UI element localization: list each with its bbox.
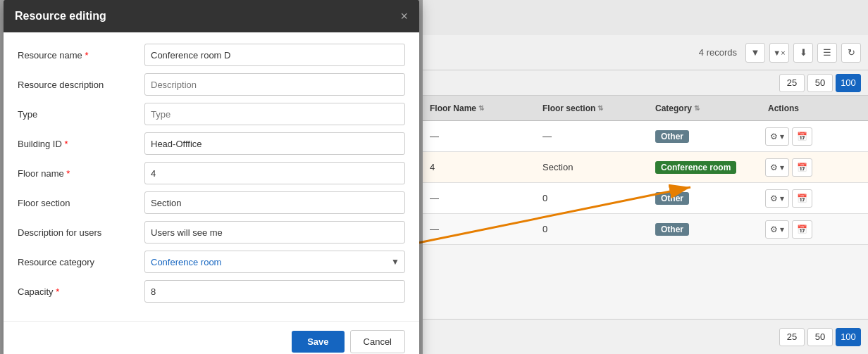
description-users-label: Description for users (18, 227, 144, 238)
badge-other-3: Other (655, 192, 689, 205)
floor-name-label: Floor name (18, 168, 144, 179)
modal-dialog: Resource editing × Resource name Resourc… (4, 0, 419, 354)
export-button[interactable]: ⬇ (793, 43, 813, 63)
modal-overlay: Resource editing × Resource name Resourc… (0, 0, 423, 354)
col-floor-section[interactable]: Floor section ⇅ (535, 103, 648, 113)
floor-section-label: Floor section (18, 198, 144, 208)
modal-footer: Save Cancel (4, 321, 419, 354)
modal-header: Resource editing × (4, 0, 419, 32)
capacity-label: Capacity (18, 286, 144, 297)
cell-floor-section-1: — (535, 131, 648, 141)
table-row: — 0 Other ⚙ ▾ 📅 (423, 214, 868, 245)
page-size-25-top[interactable]: 25 (779, 74, 805, 92)
badge-other-1: Other (655, 130, 689, 143)
page-size-100-bottom[interactable]: 100 (836, 328, 861, 346)
col-actions: Actions (761, 103, 868, 113)
settings-button-3[interactable]: ⚙ ▾ (765, 189, 789, 208)
save-button[interactable]: Save (292, 331, 344, 353)
resource-category-label: Resource category (18, 257, 144, 267)
resource-name-input[interactable] (144, 44, 405, 66)
col-category[interactable]: Category ⇅ (648, 103, 761, 113)
settings-button-1[interactable]: ⚙ ▾ (765, 127, 789, 146)
cell-category-1: Other (648, 130, 761, 143)
cell-category-3: Other (648, 192, 761, 205)
badge-other-4: Other (655, 223, 689, 236)
columns-button[interactable]: ☰ (817, 43, 837, 63)
cell-floor-name-2: 4 (423, 162, 535, 172)
calendar-button-2[interactable]: 📅 (792, 158, 812, 177)
modal-title: Resource editing (15, 10, 106, 23)
capacity-row: Capacity (18, 280, 405, 303)
calendar-button-1[interactable]: 📅 (792, 127, 812, 146)
floor-name-input[interactable] (144, 162, 405, 184)
table-body: — — Other ⚙ ▾ 📅 4 Section Conference roo… (423, 121, 868, 319)
cell-category-2: Conference room (648, 161, 761, 174)
resource-description-input[interactable] (144, 73, 405, 96)
pagination-bottom: 25 50 100 (423, 319, 868, 354)
type-row: Type (18, 103, 405, 125)
cell-actions-3: ⚙ ▾ 📅 (761, 189, 868, 208)
page-size-25-bottom[interactable]: 25 (779, 328, 805, 346)
badge-conference-2: Conference room (655, 161, 736, 174)
cell-actions-2: ⚙ ▾ 📅 (761, 158, 868, 177)
cell-category-4: Other (648, 223, 761, 236)
table-header: Floor Name ⇅ Floor section ⇅ Category ⇅ … (423, 96, 868, 121)
calendar-button-3[interactable]: 📅 (792, 189, 812, 208)
resource-name-label: Resource name (18, 50, 144, 61)
cell-floor-name-4: — (423, 224, 535, 234)
page-size-100-top[interactable]: 100 (836, 74, 861, 92)
building-id-input[interactable] (144, 132, 405, 155)
sort-icon-floor-name: ⇅ (478, 104, 484, 112)
modal-body: Resource name Resource description Type … (4, 32, 419, 321)
close-button[interactable]: × (400, 10, 408, 23)
pagination-top: 25 50 100 (423, 70, 868, 96)
sort-icon-floor-section: ⇅ (597, 104, 603, 112)
table-row: — — Other ⚙ ▾ 📅 (423, 121, 868, 152)
building-id-row: Building ID (18, 132, 405, 155)
sort-icon-category: ⇅ (694, 104, 700, 112)
building-id-label: Building ID (18, 139, 144, 149)
floor-section-row: Floor section (18, 191, 405, 214)
resource-category-select[interactable]: Conference room Other (144, 251, 405, 273)
capacity-input[interactable] (144, 280, 405, 303)
type-input[interactable] (144, 103, 405, 125)
resource-category-row: Resource category Conference room Other … (18, 251, 405, 273)
col-floor-name[interactable]: Floor Name ⇅ (423, 103, 535, 113)
cell-actions-1: ⚙ ▾ 📅 (761, 127, 868, 146)
description-users-input[interactable] (144, 221, 405, 244)
table-row: — 0 Other ⚙ ▾ 📅 (423, 183, 868, 214)
floor-name-row: Floor name (18, 162, 405, 184)
cell-actions-4: ⚙ ▾ 📅 (761, 220, 868, 239)
resource-description-row: Resource description (18, 73, 405, 96)
table-toolbar: 4 records ▼ ▼× ⬇ ☰ ↻ (423, 35, 868, 70)
calendar-button-4[interactable]: 📅 (792, 220, 812, 239)
floor-section-input[interactable] (144, 191, 405, 214)
table-row: 4 Section Conference room ⚙ ▾ 📅 (423, 152, 868, 183)
cancel-button[interactable]: Cancel (350, 330, 405, 353)
resource-name-row: Resource name (18, 44, 405, 66)
filter-button[interactable]: ▼ (745, 43, 765, 63)
refresh-button[interactable]: ↻ (841, 43, 861, 63)
description-users-row: Description for users (18, 221, 405, 244)
page-size-50-bottom[interactable]: 50 (807, 328, 833, 346)
records-count: 4 records (699, 47, 737, 58)
filter-clear-button[interactable]: ▼× (769, 43, 789, 63)
settings-button-4[interactable]: ⚙ ▾ (765, 220, 789, 239)
type-label: Type (18, 109, 144, 120)
resource-category-select-wrapper: Conference room Other ▼ (144, 251, 405, 273)
resource-description-label: Resource description (18, 80, 144, 90)
page-size-50-top[interactable]: 50 (807, 74, 833, 92)
settings-button-2[interactable]: ⚙ ▾ (765, 158, 789, 177)
cell-floor-name-3: — (423, 193, 535, 203)
cell-floor-section-2: Section (535, 162, 648, 172)
cell-floor-name-1: — (423, 131, 535, 141)
cell-floor-section-4: 0 (535, 224, 648, 234)
cell-floor-section-3: 0 (535, 193, 648, 203)
